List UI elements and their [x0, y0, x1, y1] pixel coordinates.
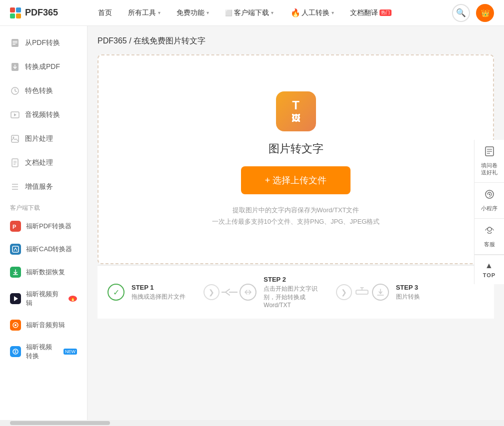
svg-line-20: [16, 248, 17, 251]
sidebar-item-image[interactable]: 图片处理: [0, 127, 87, 151]
top-navigation: PDF365 首页 所有工具 ▾ 免费功能 ▾ ⬜ 客户端下载 ▾ 🔥 人工转换…: [0, 0, 504, 26]
svg-point-34: [488, 227, 492, 231]
nav-download[interactable]: ⬜ 客户端下载 ▾: [217, 0, 282, 26]
nav-items: 首页 所有工具 ▾ 免费功能 ▾ ⬜ 客户端下载 ▾ 🔥 人工转换 ▾ 文档翻译…: [90, 0, 452, 26]
sidebar-item-special[interactable]: 特色转换: [0, 79, 87, 103]
to-pdf-icon: [10, 62, 20, 72]
file-type-icon: T 🖼: [276, 91, 316, 131]
svg-rect-8: [12, 135, 18, 142]
hot-badge: 热门: [380, 9, 392, 16]
sidebar-item-fuyin-pdf[interactable]: P 福昕PDF转换器: [0, 215, 87, 238]
up-arrow-icon: ▲: [485, 261, 494, 270]
step1-check-icon: ✓: [108, 284, 124, 301]
chevron-down-icon: ▾: [271, 10, 274, 15]
sidebar-item-fuyin-video-edit[interactable]: 福昕视频剪辑 🔥: [0, 284, 87, 314]
survey-icon: [484, 146, 495, 159]
download-icon: ⬜: [225, 9, 232, 16]
nav-translate[interactable]: 文档翻译 热门: [342, 0, 400, 26]
breadcrumb: PDF365 / 在线免费图片转文字: [98, 36, 494, 46]
step-3: STEP 3 图片转换: [372, 284, 484, 301]
back-to-top-button[interactable]: ▲ TOP: [474, 255, 504, 284]
fire-icon: 🔥: [290, 8, 300, 17]
upload-description: 提取图片中的文字内容保存为Word/TXT文件 一次上传最多支持10个文件、支持…: [212, 204, 380, 228]
svg-marker-22: [14, 296, 18, 301]
sidebar-item-fuyin-data[interactable]: 福昕数据恢复: [0, 261, 87, 284]
step2-3-connector: [352, 286, 372, 298]
step2-icon: [240, 284, 256, 301]
sidebar-item-to-pdf[interactable]: 转换成PDF: [0, 55, 87, 79]
sidebar-item-media[interactable]: 音视频转换: [0, 103, 87, 127]
image-icon: [10, 134, 20, 144]
special-icon: [10, 86, 20, 96]
logo[interactable]: PDF365: [10, 7, 75, 18]
chevron-down-icon: ▾: [158, 10, 160, 15]
upload-dropzone[interactable]: T 🖼 图片转文字 + 选择上传文件 提取图片中的文字内容保存为Word/TXT…: [98, 54, 494, 264]
horizontal-scrollbar[interactable]: [0, 420, 504, 426]
doc-icon: [10, 158, 20, 168]
service-panel-item[interactable]: 客服: [474, 219, 504, 255]
nav-tools[interactable]: 所有工具 ▾: [120, 0, 168, 26]
nav-home[interactable]: 首页: [90, 0, 120, 26]
upload-button[interactable]: + 选择上传文件: [241, 166, 351, 194]
fire-badge-icon: 🔥: [68, 296, 77, 302]
main-content: PDF365 / 在线免费图片转文字 T 🖼 图片转文字 + 选择上传文件 提取…: [88, 26, 504, 426]
step-1: ✓ STEP 1 拖拽或选择图片文件 ❯: [108, 284, 220, 301]
upload-title: 图片转文字: [268, 141, 324, 156]
nav-free[interactable]: 免费功能 ▾: [168, 0, 217, 26]
right-floating-panel: 填问卷送好礼 小程序 客服 ▲ TOP: [474, 140, 504, 284]
chevron-down-icon: ▾: [206, 10, 209, 15]
svg-rect-21: [13, 274, 18, 275]
step1-next-icon: ❯: [204, 284, 220, 300]
logo-text: PDF365: [25, 7, 58, 18]
search-button[interactable]: 🔍: [452, 4, 470, 22]
svg-rect-2: [12, 42, 18, 43]
sidebar-item-value[interactable]: 增值服务: [0, 175, 87, 199]
new-badge: NEW: [64, 349, 77, 355]
value-icon: [10, 182, 20, 192]
from-pdf-icon: [10, 38, 20, 48]
svg-rect-1: [12, 41, 18, 42]
svg-point-9: [13, 137, 14, 138]
miniapp-icon: [484, 189, 495, 202]
svg-rect-26: [356, 290, 368, 294]
sidebar-item-from-pdf[interactable]: 从PDF转换: [0, 31, 87, 55]
sidebar-item-fuyin-cad[interactable]: 福昕CAD转换器: [0, 238, 87, 261]
sidebar-item-doc[interactable]: 文档处理: [0, 151, 87, 175]
fuyin-pdf-icon: P: [10, 221, 21, 232]
svg-rect-18: [12, 246, 18, 252]
fuyin-video-conv-icon: [10, 346, 21, 357]
user-avatar[interactable]: 👑: [476, 4, 494, 22]
scrollbar-thumb[interactable]: [10, 421, 110, 425]
step2-next-icon: ❯: [336, 284, 352, 300]
miniapp-panel-item[interactable]: 小程序: [474, 183, 504, 219]
nav-human[interactable]: 🔥 人工转换 ▾: [282, 0, 342, 26]
sidebar-item-fuyin-video-conv[interactable]: 福昕视频转换 NEW: [0, 337, 87, 367]
fuyin-video-edit-icon: [10, 293, 21, 304]
svg-rect-3: [12, 44, 16, 45]
sidebar: 从PDF转换 转换成PDF 特色转换 音视频转换 图片处理: [0, 26, 88, 426]
svg-point-33: [488, 193, 490, 195]
survey-panel-item[interactable]: 填问卷送好礼: [474, 140, 504, 183]
media-icon: [10, 110, 20, 120]
sidebar-item-fuyin-audio[interactable]: 福昕音频剪辑: [0, 314, 87, 337]
fuyin-data-icon: [10, 267, 21, 278]
step-2: STEP 2 点击开始图片文字识别，开始转换成Word/TXT ❯: [240, 276, 352, 309]
logo-squares: [10, 7, 21, 18]
chevron-down-icon: ▾: [332, 10, 334, 15]
main-layout: 从PDF转换 转换成PDF 特色转换 音视频转换 图片处理: [0, 26, 504, 426]
svg-point-24: [14, 324, 16, 326]
step3-download-icon: [372, 284, 389, 301]
svg-text:P: P: [12, 224, 16, 230]
step1-2-connector: [220, 286, 240, 298]
sidebar-client-download-label: 客户端下载: [0, 199, 87, 215]
steps-bar: ✓ STEP 1 拖拽或选择图片文件 ❯ STEP 2 点击开始图片文字识别，开…: [98, 265, 494, 319]
nav-right-actions: 🔍 👑: [452, 4, 494, 22]
svg-line-19: [14, 248, 16, 251]
fuyin-cad-icon: [10, 244, 21, 255]
fuyin-audio-icon: [10, 320, 21, 331]
service-icon: [484, 225, 495, 238]
